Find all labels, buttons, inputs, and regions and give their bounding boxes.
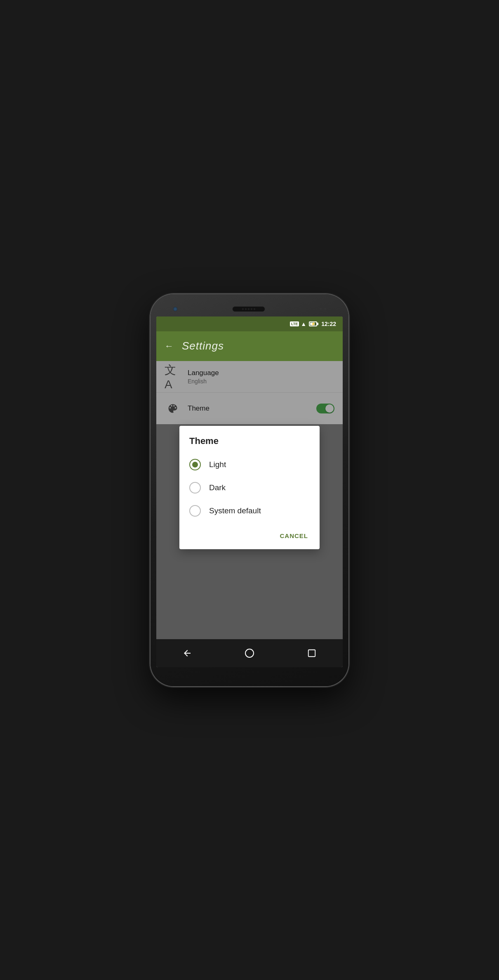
radio-option-dark[interactable]: Dark — [189, 476, 310, 499]
phone-top-hardware — [156, 302, 343, 316]
radio-label-system: System default — [209, 506, 261, 515]
front-camera — [173, 307, 178, 312]
app-bar: ← Settings — [156, 331, 343, 361]
dialog-overlay: Theme Light Dark — [156, 361, 343, 639]
time-display: 12:22 — [321, 321, 336, 327]
dialog-actions: CANCEL — [179, 526, 320, 549]
dialog-options: Light Dark System default — [179, 453, 320, 526]
nav-recents-button[interactable] — [304, 645, 320, 661]
radio-option-system[interactable]: System default — [189, 499, 310, 522]
svg-rect-1 — [308, 649, 315, 656]
dialog-title: Theme — [179, 426, 320, 453]
radio-option-light[interactable]: Light — [189, 453, 310, 476]
theme-dialog: Theme Light Dark — [179, 426, 320, 549]
status-bar: LTE ▲ ⚡ 12:22 — [156, 316, 343, 331]
nav-recents-icon — [307, 649, 316, 658]
radio-inner-light — [192, 462, 198, 468]
top-sensors — [320, 308, 326, 310]
back-button[interactable]: ← — [165, 341, 174, 352]
radio-label-dark: Dark — [209, 483, 226, 492]
radio-circle-dark — [189, 482, 201, 494]
nav-home-button[interactable] — [241, 645, 258, 661]
phone-screen: LTE ▲ ⚡ 12:22 ← Settings 文A — [156, 316, 343, 667]
battery-icon: ⚡ — [309, 321, 317, 326]
radio-circle-light — [189, 459, 201, 470]
nav-bar — [156, 639, 343, 667]
nav-back-button[interactable] — [179, 645, 195, 661]
lte-icon: LTE — [290, 321, 299, 326]
nav-home-icon — [245, 648, 254, 658]
settings-content: 文A Language English Theme — [156, 361, 343, 639]
signal-icon: ▲ — [301, 321, 306, 327]
phone-shell: LTE ▲ ⚡ 12:22 ← Settings 文A — [151, 294, 348, 686]
svg-point-0 — [245, 649, 254, 657]
radio-circle-system — [189, 505, 201, 517]
nav-back-icon — [182, 648, 192, 658]
radio-label-light: Light — [209, 460, 226, 469]
cancel-button[interactable]: CANCEL — [275, 529, 313, 543]
app-bar-title: Settings — [182, 340, 224, 352]
speaker-grille — [232, 306, 265, 312]
